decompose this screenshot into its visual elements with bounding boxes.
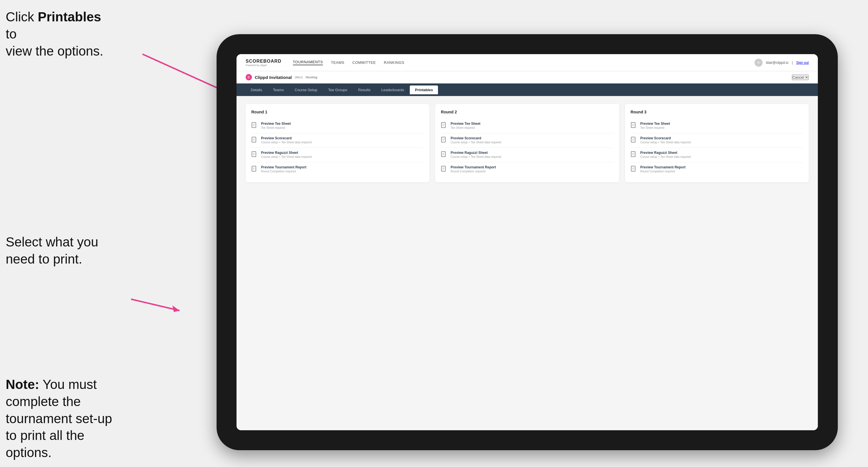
user-email: blair@clippd.io: [766, 61, 788, 65]
round2-tournament-report-name: Preview Tournament Report: [451, 165, 496, 169]
round1-scorecard-req: Course setup + Tee Sheet data required: [261, 141, 311, 144]
svg-line-2: [131, 299, 180, 311]
doc-icon-r2-1: [441, 122, 448, 130]
round2-raguzzi-name: Preview Raguzzi Sheet: [451, 151, 501, 155]
round2-tournament-report-req: Round Completion required: [451, 170, 496, 173]
round-2-title: Round 2: [441, 110, 613, 114]
round1-raguzzi-req: Course setup + Tee Sheet data required: [261, 155, 311, 158]
sub-nav-tabs: Details Teams Course Setup Tee Groups Re…: [246, 86, 438, 94]
doc-icon-r2-4: [441, 166, 448, 174]
round3-tournament-report-name: Preview Tournament Report: [640, 165, 686, 169]
round1-tee-sheet-name: Preview Tee Sheet: [261, 122, 291, 126]
round1-tee-sheet-content: Preview Tee Sheet Tee Sheet required: [261, 122, 291, 129]
round-3-title: Round 3: [631, 110, 803, 114]
round2-raguzzi-req: Course setup + Tee Sheet data required: [451, 155, 501, 158]
round2-scorecard-name: Preview Scorecard: [451, 136, 501, 140]
scoreboard-title: SCOREBOARD: [246, 59, 282, 64]
nav-teams[interactable]: TEAMS: [331, 60, 344, 65]
doc-icon-r2-2: [441, 137, 448, 145]
top-nav-links: TOURNAMENTS TEAMS COMMITTEE RANKINGS: [293, 60, 404, 65]
doc-icon-r3-2: [631, 137, 638, 145]
tab-course-setup[interactable]: Course Setup: [289, 86, 322, 94]
instruction-bottom: Note: You must complete the tournament s…: [6, 376, 114, 461]
scoreboard-brand: SCOREBOARD Powered by clippd: [246, 59, 282, 67]
doc-icon-r2-3: [441, 151, 448, 159]
document-icon-2: [251, 137, 258, 145]
tablet-screen: SCOREBOARD Powered by clippd TOURNAMENTS…: [237, 54, 818, 430]
round2-scorecard[interactable]: Preview Scorecard Course setup + Tee She…: [441, 133, 613, 148]
round1-tournament-report-name: Preview Tournament Report: [261, 165, 306, 169]
round2-scorecard-req: Course setup + Tee Sheet data required: [451, 141, 501, 144]
round1-scorecard-content: Preview Scorecard Course setup + Tee She…: [261, 136, 311, 144]
round2-tournament-report[interactable]: Preview Tournament Report Round Completi…: [441, 162, 613, 177]
tab-results[interactable]: Results: [353, 86, 376, 94]
round1-raguzzi[interactable]: Preview Raguzzi Sheet Course setup + Tee…: [251, 148, 424, 162]
main-content: Round 1 Preview Tee Sheet: [237, 96, 818, 430]
tournament-logo: C: [246, 74, 252, 80]
round1-tournament-report-content: Preview Tournament Report Round Completi…: [261, 165, 306, 173]
cancel-button[interactable]: Cancel ✕: [792, 75, 809, 80]
round3-raguzzi-req: Course setup + Tee Sheet data required: [640, 155, 691, 158]
tablet-frame: SCOREBOARD Powered by clippd TOURNAMENTS…: [217, 34, 838, 450]
round2-tee-sheet-name: Preview Tee Sheet: [451, 122, 480, 126]
scoreboard-sub: Powered by clippd: [246, 64, 282, 67]
nav-committee[interactable]: COMMITTEE: [352, 60, 376, 65]
top-nav: SCOREBOARD Powered by clippd TOURNAMENTS…: [237, 54, 818, 71]
sub-nav: Details Teams Course Setup Tee Groups Re…: [237, 84, 818, 96]
round1-raguzzi-name: Preview Raguzzi Sheet: [261, 151, 311, 155]
tournament-name: Clippd Invitational: [255, 75, 292, 80]
instruction-top: Click Printables toview the options.: [6, 8, 114, 60]
round-3-column: Round 3 Preview Tee Sheet Tee Sheet requ…: [625, 104, 809, 182]
instruction-middle: Select what youneed to print.: [6, 234, 98, 268]
round1-raguzzi-content: Preview Raguzzi Sheet Course setup + Tee…: [261, 151, 311, 158]
round3-tee-sheet-name: Preview Tee Sheet: [640, 122, 670, 126]
tab-tee-groups[interactable]: Tee Groups: [323, 86, 352, 94]
round2-raguzzi[interactable]: Preview Raguzzi Sheet Course setup + Tee…: [441, 148, 613, 162]
round2-tee-sheet[interactable]: Preview Tee Sheet Tee Sheet required: [441, 119, 613, 133]
document-icon-3: [251, 151, 258, 159]
round3-scorecard-req: Course setup + Tee Sheet data required: [640, 141, 691, 144]
round1-scorecard[interactable]: Preview Scorecard Course setup + Tee She…: [251, 133, 424, 148]
document-icon: [251, 122, 258, 130]
doc-icon-r3-1: [631, 122, 638, 130]
round1-scorecard-name: Preview Scorecard: [261, 136, 311, 140]
round1-tournament-report[interactable]: Preview Tournament Report Round Completi…: [251, 162, 424, 177]
round3-tournament-report[interactable]: Preview Tournament Report Round Completi…: [631, 162, 803, 177]
nav-tournaments[interactable]: TOURNAMENTS: [293, 60, 323, 65]
round3-raguzzi-name: Preview Raguzzi Sheet: [640, 151, 691, 155]
round1-tee-sheet-req: Tee Sheet required: [261, 126, 291, 129]
tab-teams[interactable]: Teams: [268, 86, 289, 94]
doc-icon-r3-3: [631, 151, 638, 159]
separator: |: [792, 61, 793, 65]
tab-printables[interactable]: Printables: [410, 86, 438, 94]
user-avatar: B: [754, 59, 763, 67]
sign-out-link[interactable]: Sign out: [796, 61, 809, 65]
round1-tournament-report-req: Round Completion required: [261, 170, 306, 173]
tournament-title: C Clippd Invitational (Men) Hosting: [246, 74, 317, 80]
round3-tee-sheet-req: Tee Sheet required: [640, 126, 670, 129]
top-nav-right: B blair@clippd.io | Sign out: [754, 59, 809, 67]
round1-tee-sheet[interactable]: Preview Tee Sheet Tee Sheet required: [251, 119, 424, 133]
tournament-header: C Clippd Invitational (Men) Hosting Canc…: [237, 71, 818, 84]
tournament-gender: (Men): [294, 75, 303, 79]
round3-tournament-report-req: Round Completion required: [640, 170, 686, 173]
document-icon-4: [251, 166, 258, 174]
arrow-middle-annotation: [128, 288, 185, 322]
tab-details[interactable]: Details: [246, 86, 267, 94]
round3-raguzzi[interactable]: Preview Raguzzi Sheet Course setup + Tee…: [631, 148, 803, 162]
tab-leaderboards[interactable]: Leaderboards: [376, 86, 409, 94]
round3-scorecard-name: Preview Scorecard: [640, 136, 691, 140]
rounds-grid: Round 1 Preview Tee Sheet: [246, 104, 809, 182]
top-nav-left: SCOREBOARD Powered by clippd TOURNAMENTS…: [246, 59, 404, 67]
hosting-badge: Hosting: [306, 75, 317, 79]
round3-scorecard[interactable]: Preview Scorecard Course setup + Tee She…: [631, 133, 803, 148]
nav-rankings[interactable]: RANKINGS: [384, 60, 404, 65]
round-1-title: Round 1: [251, 110, 424, 114]
doc-icon-r3-4: [631, 166, 638, 174]
round3-tee-sheet[interactable]: Preview Tee Sheet Tee Sheet required: [631, 119, 803, 133]
round-2-column: Round 2 Preview Tee Sheet Tee Sheet requ…: [435, 104, 619, 182]
round-1-column: Round 1 Preview Tee Sheet: [246, 104, 429, 182]
round2-tee-sheet-req: Tee Sheet required: [451, 126, 480, 129]
